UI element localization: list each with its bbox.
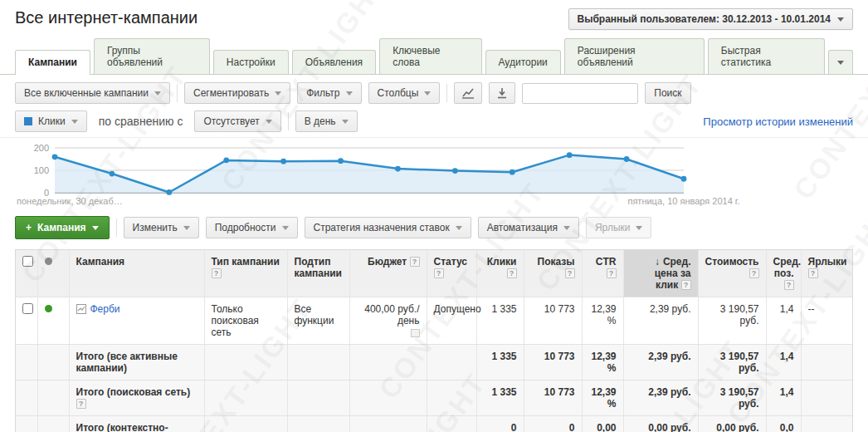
tab-keywords[interactable]: Ключевые слова bbox=[379, 38, 481, 74]
col-impressions[interactable]: Показы ? bbox=[524, 250, 582, 297]
help-icon[interactable]: ? bbox=[784, 280, 794, 290]
select-all-checkbox[interactable] bbox=[22, 256, 33, 267]
help-icon[interactable]: ? bbox=[212, 268, 222, 278]
col-campaign[interactable]: Кампания bbox=[69, 250, 204, 297]
status-dot-header bbox=[37, 250, 69, 297]
tab-ads[interactable]: Объявления bbox=[292, 50, 376, 74]
clicks-cell: 1 335 bbox=[476, 297, 524, 345]
caret-down-icon bbox=[346, 91, 353, 96]
impressions-cell: 10 773 bbox=[524, 297, 582, 345]
col-ctr[interactable]: CTR ? bbox=[582, 250, 623, 297]
avg-cpc-cell: 0,00 руб. bbox=[623, 416, 698, 432]
caret-down-icon bbox=[636, 226, 642, 230]
download-icon bbox=[496, 87, 508, 99]
avg-pos-cell: 1,4 bbox=[766, 297, 801, 345]
campaign-row: Ферби Только поисковая сеть Все функции … bbox=[16, 297, 852, 345]
total-label: Итого (контекстно-медийная сеть) ? bbox=[69, 416, 204, 432]
col-avg-cpc-sorted[interactable]: ↓Сред. цена за клик ? bbox=[623, 250, 698, 297]
filter-button[interactable]: Фильтр bbox=[297, 82, 361, 104]
col-status[interactable]: Статус ? bbox=[427, 250, 476, 297]
col-campaign-type[interactable]: Тип кампании ? bbox=[204, 250, 287, 297]
help-icon[interactable]: ? bbox=[681, 280, 691, 290]
labels-cell: -- bbox=[801, 297, 852, 345]
enabled-status-icon bbox=[45, 305, 52, 312]
divider bbox=[446, 84, 447, 102]
columns-button[interactable]: Столбцы bbox=[368, 82, 441, 104]
metric-selector-button[interactable]: Клики bbox=[15, 110, 87, 132]
col-cost[interactable]: Стоимость ? bbox=[698, 250, 766, 297]
avg-cpc-cell: 2,39 руб. bbox=[623, 297, 698, 345]
campaign-filter-button[interactable]: Все включенные кампании bbox=[15, 82, 170, 104]
compare-selector-button[interactable]: Отсутствует bbox=[194, 110, 280, 132]
row-checkbox[interactable] bbox=[22, 303, 33, 314]
ctr-cell: 0,00 % bbox=[582, 416, 623, 432]
col-campaign-subtype[interactable]: Подтип кампании bbox=[287, 250, 349, 297]
caret-down-icon bbox=[424, 91, 431, 96]
tab-ad-extensions[interactable]: Расширения объявлений bbox=[564, 38, 705, 74]
change-history-link[interactable]: Просмотр истории изменений bbox=[703, 115, 853, 128]
clicks-cell: 0 bbox=[476, 416, 524, 432]
col-budget[interactable]: Бюджет ? bbox=[349, 250, 427, 297]
tab-dimensions[interactable]: Быстрая статистика bbox=[708, 38, 825, 74]
divider bbox=[288, 112, 289, 130]
bid-strategy-button[interactable]: Стратегия назначения ставок bbox=[305, 217, 471, 238]
cost-cell: 3 190,57 руб. bbox=[698, 345, 766, 380]
help-icon[interactable]: ? bbox=[507, 268, 517, 278]
tab-campaigns[interactable]: Кампании bbox=[15, 50, 90, 75]
segment-button[interactable]: Сегментировать bbox=[184, 82, 290, 104]
main-tabbar: Кампании Группы объявлений Настройки Объ… bbox=[0, 33, 868, 75]
date-range-label: Выбранный пользователем: 30.12.2013 - 10… bbox=[578, 13, 831, 25]
col-labels[interactable]: Ярлыки ? bbox=[801, 250, 852, 297]
edit-button[interactable]: Изменить bbox=[124, 217, 199, 238]
avg-cpc-cell: 2,39 руб. bbox=[623, 345, 698, 380]
add-campaign-button[interactable]: + Кампания bbox=[15, 216, 110, 239]
svg-text:понедельник, 30 декаб…: понедельник, 30 декаб… bbox=[17, 196, 123, 206]
search-input[interactable] bbox=[522, 83, 638, 104]
caret-down-icon bbox=[275, 91, 281, 96]
chart-metric-toolbar: Клики по сравнению с Отсутствует В день … bbox=[0, 109, 868, 137]
tab-more-button[interactable] bbox=[828, 50, 853, 74]
impressions-cell: 0 bbox=[524, 416, 582, 432]
help-icon[interactable]: ? bbox=[607, 268, 617, 278]
toggle-graph-button[interactable] bbox=[454, 82, 482, 104]
ctr-cell: 12,39 % bbox=[582, 380, 623, 416]
ctr-cell: 12,39 % bbox=[582, 345, 623, 380]
help-icon[interactable]: ? bbox=[76, 399, 86, 409]
help-icon[interactable]: ? bbox=[808, 268, 818, 278]
labels-button[interactable]: Ярлыки bbox=[586, 217, 652, 238]
campaign-link[interactable]: Ферби bbox=[90, 303, 120, 315]
help-icon[interactable]: ? bbox=[565, 268, 575, 278]
caret-down-icon bbox=[456, 226, 462, 230]
date-range-button[interactable]: Выбранный пользователем: 30.12.2013 - 10… bbox=[568, 8, 853, 30]
tab-settings[interactable]: Настройки bbox=[213, 50, 289, 74]
help-icon[interactable]: ? bbox=[749, 268, 759, 278]
caret-down-icon bbox=[837, 17, 844, 22]
search-button[interactable]: Поиск bbox=[645, 82, 690, 104]
help-icon[interactable]: ? bbox=[434, 268, 444, 278]
select-all-cell bbox=[16, 250, 37, 297]
granularity-button[interactable]: В день bbox=[295, 110, 358, 132]
line-chart-icon bbox=[461, 87, 475, 99]
details-button[interactable]: Подробности bbox=[206, 217, 298, 238]
caret-down-icon bbox=[266, 120, 272, 124]
svg-text:100: 100 bbox=[34, 165, 49, 175]
help-icon[interactable]: ? bbox=[410, 257, 420, 267]
tab-ad-groups[interactable]: Группы объявлений bbox=[94, 38, 210, 74]
row-select-cell bbox=[16, 297, 37, 345]
campaign-type-cell: Только поисковая сеть bbox=[204, 297, 287, 345]
sort-desc-icon: ↓ bbox=[655, 256, 660, 268]
campaign-name-cell: Ферби bbox=[69, 297, 204, 345]
download-button[interactable] bbox=[489, 82, 515, 104]
table-header-row: Кампания Тип кампании ? Подтип кампании … bbox=[16, 250, 852, 297]
caret-down-icon bbox=[282, 226, 289, 230]
page-header: Все интернет-кампании Выбранный пользова… bbox=[0, 0, 868, 33]
tab-audiences[interactable]: Аудитории bbox=[485, 50, 561, 74]
col-avg-pos[interactable]: Сред. поз. ? bbox=[766, 250, 801, 297]
avg-pos-cell: 1,4 bbox=[766, 380, 801, 416]
automation-button[interactable]: Автоматизация bbox=[478, 217, 579, 238]
total-active-campaigns-row: Итого (все активные кампании) 1 335 10 7… bbox=[16, 345, 852, 380]
edit-budget-icon[interactable] bbox=[411, 329, 420, 337]
campaign-chart-icon[interactable] bbox=[76, 304, 86, 314]
col-clicks[interactable]: Клики ? bbox=[476, 250, 524, 297]
svg-text:200: 200 bbox=[34, 143, 49, 153]
